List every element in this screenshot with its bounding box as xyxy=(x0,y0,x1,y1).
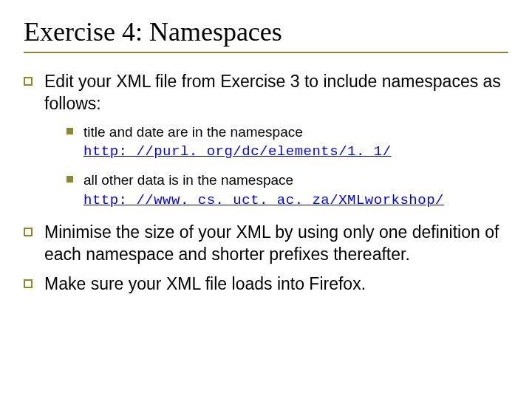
list-item: Minimise the size of your XML by using o… xyxy=(24,222,508,266)
square-bullet-icon xyxy=(24,279,33,288)
sub-text-part: title and date are in the namespace xyxy=(83,124,303,140)
square-bullet-icon xyxy=(66,128,73,134)
bullet-text: Minimise the size of your XML by using o… xyxy=(44,222,508,266)
list-item: title and date are in the namespace http… xyxy=(66,123,508,162)
list-item: Make sure your XML file loads into Firef… xyxy=(24,273,508,296)
sub-list: title and date are in the namespace http… xyxy=(66,123,508,211)
bullet-text: Make sure your XML file loads into Firef… xyxy=(44,273,366,296)
namespace-link[interactable]: http: //purl. org/dc/elements/1. 1/ xyxy=(83,143,392,160)
list-item: all other data is in the namespace http:… xyxy=(66,171,508,210)
square-bullet-icon xyxy=(24,228,33,236)
square-bullet-icon xyxy=(66,176,73,183)
list-item: Edit your XML file from Exercise 3 to in… xyxy=(24,71,508,115)
square-bullet-icon xyxy=(24,77,33,86)
namespace-link[interactable]: http: //www. cs. uct. ac. za/XMLworkshop… xyxy=(83,192,444,208)
sub-bullet-text: all other data is in the namespace http:… xyxy=(83,171,444,210)
sub-text-part: all other data is in the namespace xyxy=(83,172,293,188)
bullet-text: Edit your XML file from Exercise 3 to in… xyxy=(44,71,508,115)
sub-bullet-text: title and date are in the namespace http… xyxy=(83,123,392,162)
page-title: Exercise 4: Namespaces xyxy=(24,16,508,53)
